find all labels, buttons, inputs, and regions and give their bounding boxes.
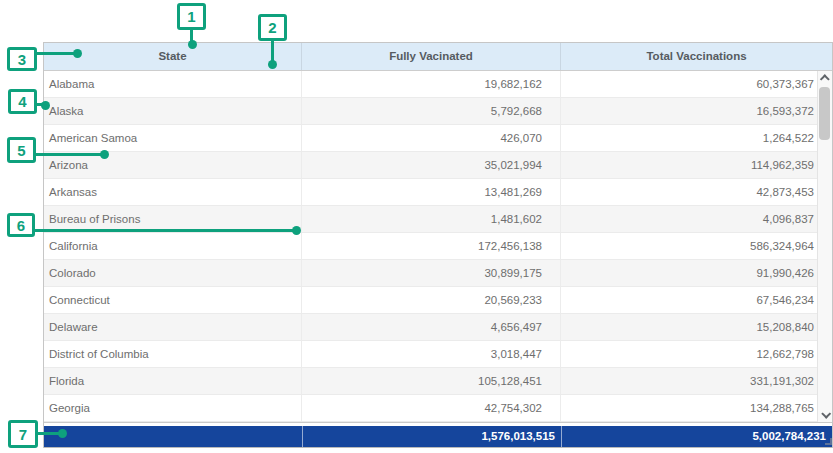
totals-state-cell [44,426,302,447]
callout-3: 3 [7,47,37,71]
table-row[interactable]: Delaware4,656,49715,208,840 [44,314,832,341]
fully-vaccinated-cell: 3,018,447 [302,341,561,367]
callout-3-dot [73,49,82,58]
table-row[interactable]: Florida105,128,451331,191,302 [44,368,832,395]
callout-5-dot [100,150,109,159]
scroll-up-button[interactable] [818,71,832,86]
callout-4-label: 4 [18,93,26,110]
fully-vaccinated-cell: 19,682,162 [302,71,561,97]
callout-7-label: 7 [19,426,27,443]
table-row[interactable]: Connecticut20,569,23367,546,234 [44,287,832,314]
callout-6-connector [34,229,293,232]
resize-grip-icon [825,438,832,445]
chevron-up-icon [819,74,829,84]
fully-vaccinated-cell: 105,128,451 [302,368,561,394]
callout-2: 2 [258,14,287,41]
total-vaccinations-cell: 331,191,302 [561,368,832,394]
table-row[interactable]: American Samoa426,0701,264,522 [44,125,832,152]
table-row[interactable]: Arkansas13,481,26942,873,453 [44,179,832,206]
state-cell: Colorado [44,260,302,286]
callout-6-dot [292,226,301,235]
state-cell: Delaware [44,314,302,340]
fully-vaccinated-cell: 13,481,269 [302,179,561,205]
totals-fully-vaccinated-cell: 1,576,013,515 [302,426,561,447]
fully-vaccinated-cell: 426,070 [302,125,561,151]
state-cell: Alabama [44,71,302,97]
state-cell: District of Columbia [44,341,302,367]
table-body-viewport: Alabama19,682,16260,373,367Alaska5,792,6… [44,71,832,423]
state-cell: Alaska [44,98,302,124]
fully-vaccinated-cell: 35,021,994 [302,152,561,178]
total-vaccinations-cell: 134,288,765 [561,395,832,421]
vaccinations-table: State Fully Vacinated Total Vaccinations… [43,42,833,448]
table-row[interactable]: Georgia42,754,302134,288,765 [44,395,832,422]
callout-6: 6 [7,213,35,237]
callout-6-label: 6 [17,217,25,234]
column-header-fully-vaccinated[interactable]: Fully Vacinated [302,43,561,70]
callout-7: 7 [8,420,38,448]
fully-vaccinated-cell: 4,656,497 [302,314,561,340]
table-row[interactable]: Alaska5,792,66816,593,372 [44,98,832,125]
state-cell: Connecticut [44,287,302,313]
scrollbar-thumb[interactable] [819,87,830,140]
total-vaccinations-cell: 12,662,798 [561,341,832,367]
state-cell: American Samoa [44,125,302,151]
table-header-row: State Fully Vacinated Total Vaccinations [44,42,832,71]
scroll-down-button[interactable] [818,407,832,422]
callout-4: 4 [8,89,37,114]
callout-2-label: 2 [268,19,276,36]
total-vaccinations-cell: 16,593,372 [561,98,832,124]
table-row[interactable]: Arizona35,021,994114,962,359 [44,152,832,179]
total-vaccinations-cell: 1,264,522 [561,125,832,151]
column-header-state[interactable]: State [44,43,302,70]
callout-7-dot [58,429,67,438]
total-vaccinations-cell: 91,990,426 [561,260,832,286]
total-vaccinations-cell: 60,373,367 [561,71,832,97]
fully-vaccinated-cell: 5,792,668 [302,98,561,124]
callout-1: 1 [177,3,206,30]
total-vaccinations-cell: 114,962,359 [561,152,832,178]
total-vaccinations-cell: 15,208,840 [561,314,832,340]
callout-5-connector [35,153,101,156]
callout-1-dot [188,40,197,49]
vertical-scrollbar[interactable] [817,71,832,422]
callout-5: 5 [7,137,36,163]
fully-vaccinated-cell: 1,481,602 [302,206,561,232]
callout-1-label: 1 [187,8,195,25]
state-cell: California [44,233,302,259]
column-header-total-vaccinations[interactable]: Total Vaccinations [561,43,832,70]
total-vaccinations-cell: 67,546,234 [561,287,832,313]
table-row[interactable]: District of Columbia3,018,44712,662,798 [44,341,832,368]
table-row[interactable]: California172,456,138586,324,964 [44,233,832,260]
total-vaccinations-cell: 586,324,964 [561,233,832,259]
totals-total-vaccinations-cell: 5,002,784,231 [561,426,832,447]
table-row[interactable]: Colorado30,899,17591,990,426 [44,260,832,287]
callout-2-dot [268,60,277,69]
fully-vaccinated-cell: 20,569,233 [302,287,561,313]
state-cell: Arkansas [44,179,302,205]
state-cell: Florida [44,368,302,394]
total-vaccinations-cell: 42,873,453 [561,179,832,205]
callout-4-dot [41,101,50,110]
callout-5-label: 5 [17,142,25,159]
total-vaccinations-cell: 4,096,837 [561,206,832,232]
fully-vaccinated-cell: 42,754,302 [302,395,561,421]
chevron-down-icon [821,409,831,419]
fully-vaccinated-cell: 172,456,138 [302,233,561,259]
callout-3-label: 3 [18,51,26,68]
callout-3-connector [36,52,78,55]
table-row[interactable]: Alabama19,682,16260,373,367 [44,71,832,98]
table-body: Alabama19,682,16260,373,367Alaska5,792,6… [44,71,832,422]
totals-row: 1,576,013,515 5,002,784,231 [44,426,832,448]
fully-vaccinated-cell: 30,899,175 [302,260,561,286]
state-cell: Georgia [44,395,302,421]
callout-7-connector [37,432,59,435]
